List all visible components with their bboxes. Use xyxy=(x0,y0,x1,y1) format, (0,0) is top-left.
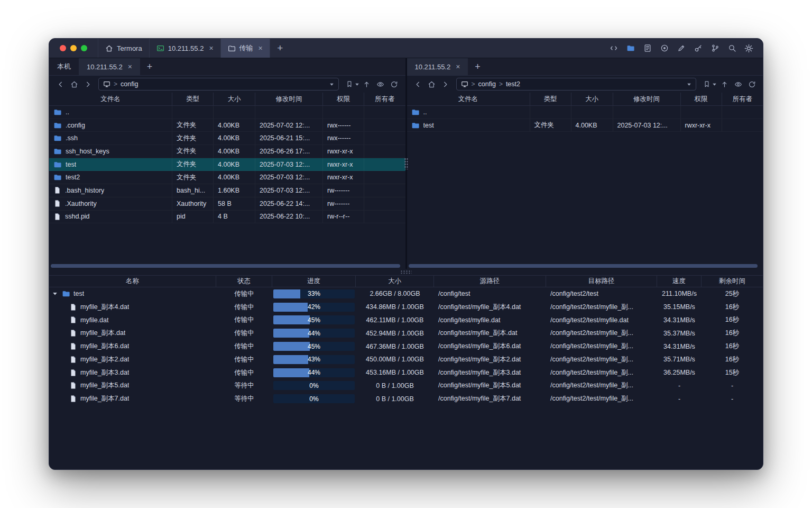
expand-chevron-icon[interactable] xyxy=(52,291,59,296)
panel-tab[interactable]: 10.211.55.2× xyxy=(407,58,468,75)
bookmark-icon[interactable] xyxy=(343,78,356,90)
close-icon[interactable]: × xyxy=(128,63,132,70)
transfer-row[interactable]: myfile.dat传输中45%462.11MB / 1.00GB/config… xyxy=(49,314,763,327)
bookmark-chevron-icon[interactable] xyxy=(712,82,717,87)
file-row[interactable]: ssh_host_keys文件夹4.00KB2025-06-26 17:...r… xyxy=(49,145,405,158)
panel-tab[interactable]: 10.211.55.2× xyxy=(79,58,140,75)
record-icon[interactable] xyxy=(658,42,671,55)
column-header[interactable]: 修改时间 xyxy=(613,93,681,105)
refresh-icon[interactable] xyxy=(745,78,758,90)
minimize-window-button[interactable] xyxy=(70,45,77,51)
file-size-cell: 58 B xyxy=(214,197,255,210)
transfer-size: 434.86MB / 1.00GB xyxy=(356,303,434,311)
upload-icon[interactable] xyxy=(718,78,731,90)
transfer-row[interactable]: myfile_副本4.dat传输中42%434.86MB / 1.00GB/co… xyxy=(49,301,763,314)
breadcrumb-segment[interactable]: config xyxy=(478,80,496,88)
transfer-row[interactable]: myfile_副本7.dat等待中0%0 B / 1.00GB/config/t… xyxy=(49,392,763,405)
file-row[interactable]: sshd.pidpid4 B2025-06-22 10:...rw-r--r-- xyxy=(49,211,405,224)
column-header[interactable]: 大小 xyxy=(356,276,434,287)
transfer-splitter[interactable] xyxy=(49,269,763,276)
new-window-tab-button[interactable]: + xyxy=(270,39,290,58)
transfer-row[interactable]: myfile_副本2.dat传输中43%450.00MB / 1.00GB/co… xyxy=(49,353,763,366)
close-icon[interactable]: × xyxy=(209,44,213,52)
file-row[interactable]: test2文件夹4.00KB2025-07-03 12:...rwxr-xr-x xyxy=(49,171,405,184)
code-icon[interactable] xyxy=(607,42,620,55)
file-row[interactable]: test文件夹4.00KB2025-07-03 12:...rwxr-xr-x xyxy=(407,119,763,132)
show-hidden-icon[interactable] xyxy=(374,78,387,90)
file-owner-cell xyxy=(364,106,405,119)
column-header[interactable]: 文件名 xyxy=(407,93,530,105)
column-header[interactable]: 修改时间 xyxy=(255,93,323,105)
file-row[interactable]: .bash_historybash_hi...1.60KB2025-07-03 … xyxy=(49,184,405,197)
column-header[interactable]: 权限 xyxy=(681,93,722,105)
file-row[interactable]: test文件夹4.00KB2025-07-03 12:...rwxr-xr-x xyxy=(49,158,405,171)
forward-icon[interactable] xyxy=(439,78,452,90)
column-header[interactable]: 权限 xyxy=(323,93,364,105)
folder-icon[interactable] xyxy=(624,42,637,55)
file-name: ssh_host_keys xyxy=(66,148,109,155)
forward-icon[interactable] xyxy=(81,78,94,90)
chevron-down-icon[interactable] xyxy=(687,82,691,87)
settings-icon[interactable] xyxy=(742,42,755,55)
upload-icon[interactable] xyxy=(361,78,373,90)
file-row[interactable]: .XauthorityXauthority58 B2025-06-22 14:.… xyxy=(49,197,405,211)
transfer-row[interactable]: myfile_副本3.dat传输中44%453.16MB / 1.00GB/co… xyxy=(49,366,763,379)
column-header[interactable]: 类型 xyxy=(530,93,571,105)
column-header[interactable]: 进度 xyxy=(272,276,356,287)
column-header[interactable]: 目标路径 xyxy=(546,276,657,287)
transfer-status: 传输中 xyxy=(216,342,272,351)
file-icon xyxy=(69,369,77,377)
window-tab[interactable]: 10.211.55.2× xyxy=(149,39,220,58)
back-icon[interactable] xyxy=(54,78,67,90)
key-icon[interactable] xyxy=(691,42,705,55)
panel-tab[interactable]: 本机 xyxy=(49,58,79,75)
file-row[interactable]: .ssh文件夹4.00KB2025-06-21 15:...rwx------ xyxy=(49,132,405,145)
column-header[interactable]: 所有者 xyxy=(722,93,763,105)
path-bar[interactable]: >config>test2 xyxy=(456,78,697,90)
breadcrumb-segment[interactable]: config xyxy=(121,80,138,88)
column-header[interactable]: 状态 xyxy=(216,276,272,287)
refresh-icon[interactable] xyxy=(388,78,401,90)
column-header[interactable]: 文件名 xyxy=(49,93,172,105)
scrollbar-thumb[interactable] xyxy=(409,264,758,268)
home-icon[interactable] xyxy=(68,78,80,90)
column-header[interactable]: 名称 xyxy=(49,276,216,287)
new-panel-tab-button[interactable]: + xyxy=(468,58,487,75)
transfer-row[interactable]: myfile_副本5.dat等待中0%0 B / 1.00GB/config/t… xyxy=(49,379,763,393)
column-header[interactable]: 源路径 xyxy=(434,276,546,287)
file-row[interactable]: .. xyxy=(407,106,763,119)
edit-icon[interactable] xyxy=(675,42,688,55)
column-header[interactable]: 速度 xyxy=(657,276,702,287)
column-header[interactable]: 类型 xyxy=(172,93,214,105)
bookmark-icon[interactable] xyxy=(700,78,713,90)
path-bar[interactable]: >config xyxy=(98,78,339,90)
window-tab[interactable]: 传输× xyxy=(220,39,270,58)
transfer-row[interactable]: myfile_副本6.dat传输中45%467.36MB / 1.00GB/co… xyxy=(49,340,763,353)
column-header[interactable]: 剩余时间 xyxy=(702,276,763,287)
traffic-lights xyxy=(49,39,98,58)
log-icon[interactable] xyxy=(641,42,654,55)
close-icon[interactable]: × xyxy=(456,63,460,70)
column-header[interactable]: 所有者 xyxy=(364,93,405,105)
column-header[interactable]: 大小 xyxy=(571,93,613,105)
column-header[interactable]: 大小 xyxy=(214,93,255,105)
breadcrumb-segment[interactable]: test2 xyxy=(506,80,520,88)
transfer-row[interactable]: myfile_副本.dat传输中44%452.94MB / 1.00GB/con… xyxy=(49,326,763,340)
close-window-button[interactable] xyxy=(60,45,66,51)
close-icon[interactable]: × xyxy=(259,44,263,52)
transfer-row[interactable]: test传输中33%2.66GB / 8.00GB/config/test/co… xyxy=(49,287,763,301)
window-tab[interactable]: Termora xyxy=(98,39,149,58)
pane-splitter[interactable] xyxy=(405,58,407,269)
bookmark-chevron-icon[interactable] xyxy=(355,82,359,87)
file-row[interactable]: .. xyxy=(49,106,405,119)
branch-icon[interactable] xyxy=(708,42,722,55)
zoom-window-button[interactable] xyxy=(81,45,87,51)
chevron-down-icon[interactable] xyxy=(329,82,334,87)
file-row[interactable]: .config文件夹4.00KB2025-07-02 12:...rwx----… xyxy=(49,119,405,132)
back-icon[interactable] xyxy=(412,78,425,90)
home-icon[interactable] xyxy=(426,78,438,90)
scrollbar-thumb[interactable] xyxy=(51,264,400,268)
new-panel-tab-button[interactable]: + xyxy=(140,58,159,75)
search-icon[interactable] xyxy=(725,42,739,55)
show-hidden-icon[interactable] xyxy=(732,78,744,90)
